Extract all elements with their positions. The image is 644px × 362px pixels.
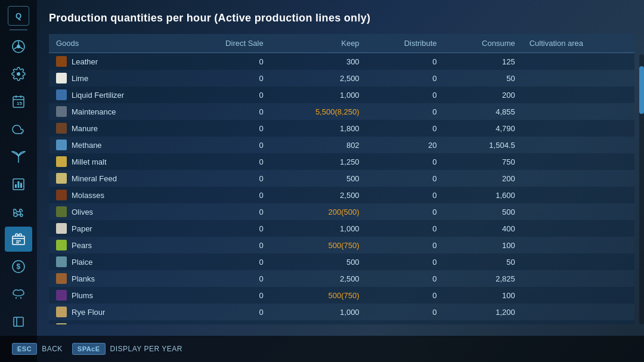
cell-consume: 4,855 — [444, 103, 522, 120]
animals-icon — [11, 287, 26, 302]
cell-goods: Leather — [49, 53, 184, 70]
sidebar-item-crops[interactable] — [5, 144, 32, 169]
sidebar-item-settings[interactable] — [5, 61, 32, 86]
cell-direct-sale: 0 — [184, 187, 270, 203]
cell-direct-sale: 0 — [184, 103, 270, 120]
cell-consume: 200 — [444, 170, 522, 187]
sidebar-item-books[interactable] — [5, 310, 32, 335]
sidebar-separator — [10, 29, 27, 30]
cell-consume: 1,504.5 — [444, 137, 522, 153]
sidebar-item-vehicle[interactable] — [5, 199, 32, 224]
crops-icon — [11, 150, 26, 164]
cell-goods: Pears — [49, 237, 184, 253]
cell-direct-sale: 0 — [184, 220, 270, 237]
stats-icon — [11, 177, 26, 191]
table-container: Goods Direct Sale Keep Distribute Consum… — [49, 34, 644, 324]
table-row: Maintenance 0 5,500(8,250) 0 4,855 — [49, 103, 634, 120]
cell-distribute: 0 — [367, 203, 444, 220]
key-group-esc: ESC BACK — [12, 343, 63, 355]
cell-keep: 500 — [271, 170, 367, 187]
col-keep: Keep — [271, 34, 367, 53]
sidebar-item-steering[interactable] — [5, 34, 32, 59]
cell-goods: Lime — [49, 70, 184, 86]
table-row: Paper 0 1,000 0 400 — [49, 220, 634, 237]
cell-direct-sale: 0 — [184, 120, 270, 137]
cell-direct-sale: 0 — [184, 287, 270, 304]
sidebar-item-q[interactable]: Q — [8, 6, 29, 26]
cell-direct-sale: 0 — [184, 170, 270, 187]
cell-goods: Maintenance — [49, 103, 184, 120]
cell-direct-sale: 0 — [184, 203, 270, 220]
cell-goods: Millet malt — [49, 153, 184, 170]
cell-consume: 125 — [444, 53, 522, 70]
cell-cultivation — [522, 270, 634, 287]
svg-rect-13 — [15, 184, 17, 188]
sidebar-item-calendar[interactable]: 15 — [5, 89, 32, 114]
table-row: Methane 0 802 20 1,504.5 — [49, 137, 634, 153]
table-row: Sand 0 2,000 0 750 — [49, 320, 634, 324]
cell-distribute: 0 — [367, 270, 444, 287]
cell-keep: 1,800 — [271, 120, 367, 137]
cell-goods: Molasses — [49, 187, 184, 203]
col-goods: Goods — [49, 34, 184, 53]
sidebar-item-animals[interactable] — [5, 282, 32, 307]
table-body: Leather 0 300 0 125 Lime 0 2,500 0 50 Li… — [49, 53, 634, 325]
calendar-icon: 15 — [11, 94, 26, 109]
cell-keep: 2,500 — [271, 70, 367, 86]
svg-point-1 — [17, 45, 20, 48]
table-row: Planks 0 2,500 0 2,825 — [49, 270, 634, 287]
key-group-space: SPAcE DISPLAY PER YEAR — [72, 343, 182, 355]
table-row: Millet malt 0 1,250 0 750 — [49, 153, 634, 170]
col-direct-sale: Direct Sale — [184, 34, 270, 53]
svg-text:15: 15 — [17, 101, 22, 106]
svg-rect-14 — [18, 181, 20, 188]
cell-goods: Rye Flour — [49, 304, 184, 320]
cell-goods: Plaice — [49, 253, 184, 270]
cell-distribute: 0 — [367, 103, 444, 120]
esc-key-badge[interactable]: ESC — [12, 343, 37, 355]
svg-rect-15 — [20, 183, 22, 188]
cell-goods: Olives — [49, 203, 184, 220]
sidebar-item-finance[interactable]: $ — [5, 254, 32, 279]
svg-point-16 — [14, 213, 17, 216]
cell-distribute: 20 — [367, 137, 444, 153]
col-consume: Consume — [444, 34, 522, 53]
table-row: Plaice 0 500 0 50 — [49, 253, 634, 270]
cell-consume: 50 — [444, 253, 522, 270]
sidebar-item-weather[interactable] — [5, 117, 32, 142]
sidebar-item-stats[interactable] — [5, 172, 32, 197]
cell-cultivation — [522, 237, 634, 253]
cell-cultivation — [522, 304, 634, 320]
weather-icon — [11, 122, 26, 137]
cell-cultivation — [522, 187, 634, 203]
table-row: Molasses 0 2,500 0 1,600 — [49, 187, 634, 203]
production-table: Goods Direct Sale Keep Distribute Consum… — [49, 34, 634, 324]
cell-consume: 750 — [444, 320, 522, 324]
cell-keep: 802 — [271, 137, 367, 153]
cell-consume: 750 — [444, 153, 522, 170]
cell-direct-sale: 0 — [184, 137, 270, 153]
cell-distribute: 0 — [367, 70, 444, 86]
cell-distribute: 0 — [367, 120, 444, 137]
cell-direct-sale: 0 — [184, 320, 270, 324]
cell-keep: 2,500 — [271, 187, 367, 203]
cell-cultivation — [522, 120, 634, 137]
cell-keep: 200(500) — [271, 203, 367, 220]
cell-direct-sale: 0 — [184, 153, 270, 170]
cell-consume: 500 — [444, 203, 522, 220]
cell-cultivation — [522, 153, 634, 170]
space-key-badge[interactable]: SPAcE — [72, 343, 106, 355]
table-row: Olives 0 200(500) 0 500 — [49, 203, 634, 220]
cell-keep: 2,000 — [271, 320, 367, 324]
scrollbar-track[interactable] — [639, 54, 644, 324]
table-row: Liquid Fertilizer 0 1,000 0 200 — [49, 86, 634, 103]
sidebar-item-production[interactable] — [5, 227, 32, 252]
cell-keep: 1,000 — [271, 220, 367, 237]
svg-line-3 — [14, 47, 18, 49]
scrollbar-thumb[interactable] — [639, 66, 644, 114]
cell-keep: 500(750) — [271, 287, 367, 304]
cell-consume: 100 — [444, 237, 522, 253]
col-distribute: Distribute — [367, 34, 444, 53]
cell-direct-sale: 0 — [184, 237, 270, 253]
cell-cultivation — [522, 53, 634, 70]
